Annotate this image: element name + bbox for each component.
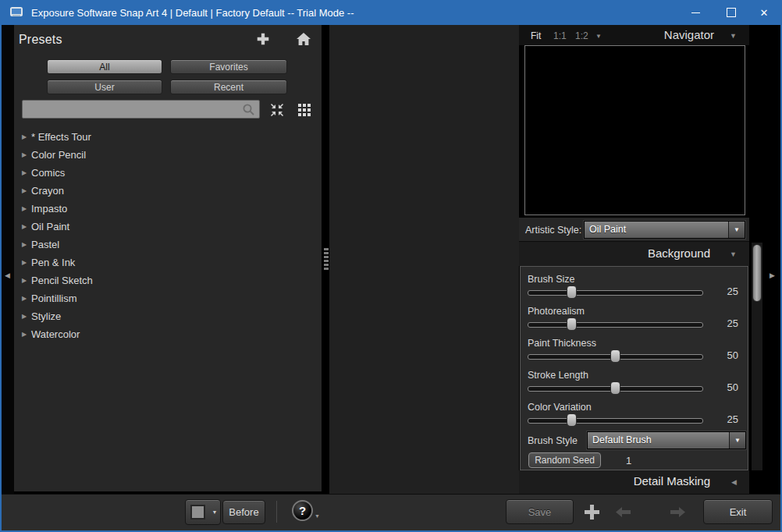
preset-category-item[interactable]: ▶ Oil Paint: [14, 218, 322, 236]
zoom-dropdown-icon[interactable]: ▼: [595, 33, 602, 40]
preset-category-label: Crayon: [31, 185, 64, 197]
preset-category-label: Impasto: [31, 203, 67, 215]
add-preset-icon[interactable]: [256, 32, 270, 46]
slider-track[interactable]: [528, 354, 703, 360]
expand-triangle-icon[interactable]: ▶: [22, 313, 31, 320]
preset-category-item[interactable]: ▶ Pastel: [14, 236, 322, 254]
expand-triangle-icon[interactable]: ▶: [22, 277, 31, 284]
bottom-toolbar: [2, 494, 780, 530]
minimize-button[interactable]: [677, 0, 713, 25]
slider-thumb[interactable]: [567, 286, 577, 299]
split-view-icon: [186, 505, 209, 520]
zoom-1-1-button[interactable]: 1:1: [553, 30, 567, 41]
expand-triangle-icon[interactable]: ▶: [22, 295, 31, 302]
minimize-icon: [691, 12, 700, 13]
detail-masking-section-header[interactable]: Detail Masking ◀: [519, 470, 749, 494]
background-section-header[interactable]: Background ▼: [519, 242, 749, 266]
preset-category-item[interactable]: ▶ Watercolor: [14, 325, 322, 343]
navigator-preview[interactable]: [524, 45, 745, 215]
navigator-toolbar: Fit 1:1 1:2 ▼ Navigator ▼: [519, 25, 749, 45]
slider-track[interactable]: [528, 290, 703, 296]
close-button[interactable]: ✕: [746, 0, 782, 25]
next-arrow-icon[interactable]: [670, 505, 687, 519]
slider-track[interactable]: [528, 322, 703, 328]
preset-category-item[interactable]: ▶ Pointillism: [14, 289, 322, 307]
image-canvas[interactable]: [329, 25, 519, 494]
collapse-tree-icon[interactable]: [269, 102, 285, 118]
split-dropdown-icon[interactable]: ▼: [209, 509, 220, 515]
preset-category-item[interactable]: ▶ Comics: [14, 164, 322, 182]
dropdown-arrow-icon[interactable]: ▼: [728, 222, 745, 238]
scrollbar-thumb[interactable]: [752, 244, 762, 302]
slider-label: Photorealism: [528, 306, 585, 317]
expand-triangle-icon[interactable]: ▶: [22, 169, 31, 176]
slider-track[interactable]: [528, 386, 703, 392]
zoom-fit-button[interactable]: Fit: [531, 30, 541, 41]
preset-category-item[interactable]: ▶ Crayon: [14, 182, 322, 200]
navigator-collapse-icon[interactable]: ▼: [730, 32, 737, 40]
brush-style-dropdown[interactable]: Default Brush ▼: [587, 431, 746, 449]
zoom-1-2-button[interactable]: 1:2: [575, 30, 588, 41]
slider-thumb[interactable]: [567, 317, 577, 331]
expand-triangle-icon[interactable]: ▶: [22, 223, 31, 230]
expand-triangle-icon[interactable]: ▶: [22, 133, 31, 140]
preset-category-item[interactable]: ▶ Pencil Sketch: [14, 271, 322, 289]
preset-category-item[interactable]: ▶ Impasto: [14, 200, 322, 218]
grid-view-icon[interactable]: [298, 104, 311, 116]
preset-category-item[interactable]: ▶ * Effects Tour: [14, 128, 322, 146]
titlebar[interactable]: Exposure Software Snap Art 4 | Default |…: [0, 0, 782, 25]
slider-label: Brush Size: [528, 274, 574, 285]
before-button[interactable]: Before: [222, 500, 265, 524]
expand-triangle-icon[interactable]: ▶: [22, 205, 31, 212]
expand-triangle-icon[interactable]: ▶: [22, 151, 31, 158]
filter-user-button[interactable]: User: [47, 80, 162, 94]
help-button[interactable]: ?: [292, 500, 313, 521]
preset-category-item[interactable]: ▶ Stylize: [14, 307, 322, 325]
artistic-style-dropdown[interactable]: Oil Paint ▼: [584, 221, 745, 239]
right-panel-scrollbar[interactable]: [752, 243, 762, 470]
home-icon[interactable]: [296, 32, 311, 46]
filter-all-button[interactable]: All: [47, 59, 162, 74]
help-dropdown-icon[interactable]: ▼: [315, 513, 320, 519]
preset-category-item[interactable]: ▶ Pen & Ink: [14, 254, 322, 271]
random-seed-button[interactable]: Random Seed: [528, 452, 601, 468]
previous-arrow-icon[interactable]: [614, 505, 631, 519]
preset-category-label: Pencil Sketch: [31, 275, 93, 286]
brush-style-label: Brush Style: [528, 435, 578, 446]
exit-button[interactable]: Exit: [703, 499, 773, 524]
collapse-right-panel-icon[interactable]: ▶: [770, 271, 775, 279]
expand-triangle-icon[interactable]: ▶: [22, 241, 31, 248]
slider-row: Color Variation 25: [521, 397, 748, 429]
dropdown-arrow-icon[interactable]: ▼: [729, 432, 745, 449]
expand-triangle-icon[interactable]: ▶: [22, 331, 31, 338]
slider-row: Photorealism 25: [521, 301, 748, 333]
preset-category-item[interactable]: ▶ Color Pencil: [14, 146, 322, 164]
right-panel-collapse-strip[interactable]: ▶: [762, 25, 780, 494]
expand-triangle-icon[interactable]: ▶: [22, 187, 31, 194]
detail-masking-collapse-icon[interactable]: ◀: [731, 478, 737, 486]
toolbar-divider: [276, 501, 277, 523]
preset-category-label: Watercolor: [31, 328, 80, 340]
presets-panel-title: Presets: [19, 33, 62, 47]
slider-track[interactable]: [528, 418, 703, 424]
background-collapse-icon[interactable]: ▼: [730, 250, 737, 258]
left-panel-collapse-strip[interactable]: ◀: [2, 25, 14, 494]
slider-thumb[interactable]: [610, 349, 620, 363]
background-section-title: Background: [648, 246, 710, 260]
maximize-button[interactable]: [713, 0, 749, 25]
slider-thumb[interactable]: [567, 413, 577, 427]
divider-grip-icon[interactable]: [324, 248, 329, 271]
filter-recent-button[interactable]: Recent: [170, 80, 287, 94]
search-input[interactable]: [22, 100, 260, 119]
preview-split-button[interactable]: ▼: [185, 499, 221, 525]
slider-row: Paint Thickness 50: [521, 333, 748, 365]
collapse-left-panel-icon[interactable]: ◀: [5, 271, 10, 279]
slider-thumb[interactable]: [610, 381, 620, 395]
save-button[interactable]: Save: [506, 499, 574, 524]
expand-triangle-icon[interactable]: ▶: [22, 259, 31, 266]
app-window: Exposure Software Snap Art 4 | Default |…: [0, 0, 782, 532]
filter-favorites-button[interactable]: Favorites: [170, 59, 287, 74]
preset-category-label: Pointillism: [31, 293, 77, 304]
navigator-title: Navigator: [664, 28, 714, 41]
add-snapshot-icon[interactable]: [583, 503, 601, 521]
